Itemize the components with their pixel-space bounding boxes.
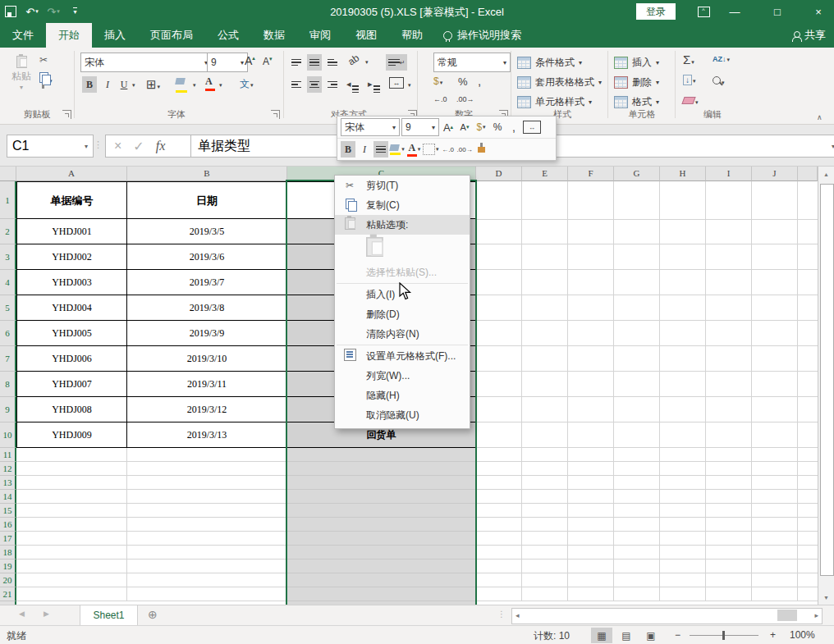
tab-insert[interactable]: 插入 [92, 23, 138, 48]
col-header-D[interactable]: D [476, 167, 522, 181]
autosum-button[interactable]: Σ▾ [683, 53, 694, 66]
col-header-H[interactable]: H [660, 167, 706, 181]
mini-bold-button[interactable]: B [341, 141, 355, 158]
copy-button[interactable]: ▾ [39, 72, 53, 85]
menu-item-paste-special[interactable]: 选择性粘贴(S)... [335, 263, 470, 282]
col-header-I[interactable]: I [706, 167, 752, 181]
cell-B1[interactable]: 日期 [127, 181, 287, 219]
col-header-partial[interactable] [798, 167, 818, 181]
font-size-combo[interactable]: 9▾ [207, 53, 248, 72]
enter-button[interactable]: ✓ [133, 139, 144, 154]
cell-A4[interactable]: YHDJ003 [16, 270, 127, 295]
cell-A6[interactable]: YHDJ005 [16, 321, 127, 346]
name-box-splitter[interactable]: ⋮ [94, 139, 103, 150]
row-header-18[interactable]: 18 [0, 546, 16, 560]
find-select-button[interactable]: ▾ [713, 75, 725, 87]
mini-shrink-font-button[interactable]: A▾ [457, 119, 472, 135]
menu-item-delete[interactable]: 删除(D) [335, 304, 470, 324]
row-header-4[interactable]: 4 [0, 270, 16, 295]
mini-format-painter-button[interactable] [474, 141, 489, 158]
tab-formulas[interactable]: 公式 [205, 23, 251, 48]
cell-B3[interactable]: 2019/3/6 [127, 244, 287, 270]
row-header-20[interactable]: 20 [0, 573, 16, 587]
row-header-10[interactable]: 10 [0, 422, 16, 448]
new-sheet-button[interactable]: ⊕ [148, 608, 158, 621]
conditional-formatting-button[interactable]: 条件格式▾ [517, 54, 582, 71]
vertical-scroll-thumb[interactable] [820, 184, 834, 576]
mini-accounting-button[interactable]: $▾ [474, 119, 488, 135]
italic-button[interactable]: I [100, 76, 115, 93]
mini-font-color-button[interactable]: A▾ [406, 141, 421, 158]
fill-color-dropdown-icon[interactable]: ▾ [193, 82, 196, 89]
scroll-up-button[interactable]: ▲ [818, 167, 834, 181]
cut-button[interactable]: ✂ [39, 54, 48, 66]
percent-style-button[interactable]: % [458, 75, 468, 88]
mini-italic-button[interactable]: I [357, 141, 372, 158]
selection-column-C-fill[interactable] [287, 448, 476, 605]
tab-view[interactable]: 视图 [343, 23, 389, 48]
name-box[interactable]: C1▾ [7, 135, 94, 158]
share-button[interactable]: 共享 [792, 23, 826, 48]
cell-styles-button[interactable]: 单元格样式▾ [517, 94, 592, 110]
sheet-nav-left-button[interactable]: ◀ [19, 610, 25, 618]
view-page-layout-button[interactable]: ▤ [616, 628, 637, 643]
menu-item-clear-contents[interactable]: 清除内容(N) [335, 324, 470, 344]
row-header-17[interactable]: 17 [0, 532, 16, 546]
wrap-text-button[interactable]: ↵ [386, 54, 407, 71]
row-header-13[interactable]: 13 [0, 476, 16, 490]
borders-button[interactable]: ⊞▾ [146, 77, 160, 92]
menu-item-cut[interactable]: ✂剪切(T) [335, 176, 470, 195]
fill-button[interactable]: ↓▾ [683, 74, 696, 85]
mini-comma-button[interactable]: , [506, 119, 521, 135]
row-header-16[interactable]: 16 [0, 518, 16, 532]
menu-item-column-width[interactable]: 列宽(W)... [335, 366, 470, 386]
font-color-dropdown-icon[interactable]: ▾ [219, 82, 222, 89]
mini-decrease-decimal-button[interactable]: .00→ [457, 141, 473, 158]
zoom-out-button[interactable]: − [675, 629, 680, 641]
view-normal-button[interactable]: ▦ [591, 628, 612, 643]
increase-indent-button[interactable]: ▸ [368, 79, 380, 93]
vertical-scrollbar[interactable]: ▲ ▼ [818, 167, 834, 605]
cell-A5[interactable]: YHDJ004 [16, 295, 127, 321]
font-name-combo[interactable]: 宋体▾ [80, 53, 212, 72]
row-header-14[interactable]: 14 [0, 490, 16, 504]
zoom-in-button[interactable]: + [770, 629, 776, 641]
comma-style-button[interactable]: , [478, 74, 481, 88]
delete-cells-button[interactable]: 删除▾ [614, 74, 659, 90]
number-format-combo[interactable]: 常规▾ [433, 53, 511, 72]
mini-align-center-button[interactable] [373, 141, 388, 158]
sheet-tab-sheet1[interactable]: Sheet1 [80, 605, 138, 627]
paste-button[interactable]: 粘贴 ▾ [5, 53, 38, 103]
cell-B10[interactable]: 2019/3/13 [127, 422, 287, 448]
cell-B6[interactable]: 2019/3/9 [127, 321, 287, 346]
row-header-21[interactable]: 21 [0, 587, 16, 601]
mini-percent-button[interactable]: % [490, 119, 505, 135]
merge-center-button[interactable]: ↔ [389, 77, 404, 89]
horizontal-scrollbar[interactable]: ◂ ▸ [511, 608, 823, 624]
row-header-15[interactable]: 15 [0, 504, 16, 518]
clipboard-dialog-launcher[interactable] [62, 110, 71, 119]
bold-button[interactable]: B [82, 76, 97, 93]
paste-button-disabled[interactable] [366, 237, 383, 261]
row-header-1[interactable]: 1 [0, 181, 16, 219]
format-as-table-button[interactable]: 套用表格格式▾ [517, 74, 602, 90]
tab-splitter[interactable]: ⋮ [497, 610, 506, 619]
menu-item-copy[interactable]: 复制(C) [335, 195, 470, 215]
row-header-11[interactable]: 11 [0, 448, 16, 462]
align-middle-button[interactable] [307, 54, 322, 71]
phonetic-button[interactable]: 文▾ [240, 77, 254, 91]
decrease-decimal-button[interactable]: .00→ [456, 95, 474, 103]
mini-increase-decimal-button[interactable]: ←.0 [441, 141, 456, 158]
col-header-F[interactable]: F [568, 167, 614, 181]
login-button[interactable]: 登录 [636, 3, 676, 20]
cell-B2[interactable]: 2019/3/5 [127, 219, 287, 244]
row-header-3[interactable]: 3 [0, 244, 16, 270]
sort-filter-button[interactable]: AZ↓▾ [713, 55, 730, 63]
close-button[interactable]: × [806, 0, 831, 23]
orientation-button[interactable]: ab [346, 52, 361, 67]
scroll-left-button[interactable]: ◂ [516, 611, 520, 619]
increase-decimal-button[interactable]: ←.0 [433, 95, 447, 103]
col-header-A[interactable]: A [16, 167, 127, 181]
sheet-nav-right-button[interactable]: ▶ [44, 610, 49, 618]
align-bottom-button[interactable] [325, 54, 340, 71]
